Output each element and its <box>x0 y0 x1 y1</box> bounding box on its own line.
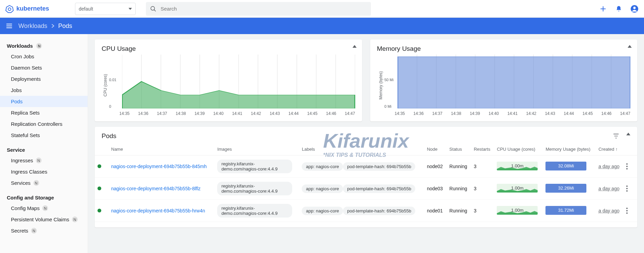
chart-ylabel: CPU (cores) <box>102 55 109 116</box>
label-chip: app: nagios-core <box>302 184 343 193</box>
svg-point-32 <box>626 163 628 165</box>
collapse-table-button[interactable] <box>626 133 630 139</box>
collapse-chart-button[interactable] <box>628 45 632 48</box>
table-title: Pods <box>102 132 116 140</box>
svg-point-38 <box>626 208 628 209</box>
sidebar-item-services[interactable]: ServicesN <box>0 177 88 189</box>
label-chip: pod-template-hash: 694b75b55b <box>343 162 415 171</box>
row-menu-button[interactable] <box>624 155 637 178</box>
label-chip: app: nagios-core <box>302 162 343 171</box>
column-header[interactable]: Created ↑ <box>596 143 624 155</box>
status-running-icon <box>98 209 101 212</box>
svg-point-1 <box>8 8 11 11</box>
account-button[interactable] <box>630 5 639 13</box>
chart-ylabel: Memory (bytes) <box>377 55 385 116</box>
chart-xticks: 14:3514:3614:3714:3814:3914:4014:4114:42… <box>395 111 631 116</box>
table-row: nagios-core-deployment-694b75b55b-hrw4nr… <box>95 200 637 222</box>
label-chip: app: nagios-core <box>302 207 343 215</box>
sidebar-item-config-maps[interactable]: Config MapsN <box>0 203 88 214</box>
search-input[interactable] <box>161 6 367 12</box>
menu-toggle[interactable] <box>5 22 13 30</box>
memory-sparkline: 32.26Mi <box>545 184 586 193</box>
sidebar-item-pods[interactable]: Pods <box>0 96 88 107</box>
svg-point-33 <box>626 166 628 167</box>
memory-usage-chart: Memory UsageMemory (bytes)50 Mi0 Mi14:35… <box>370 40 638 121</box>
status-cell: Running <box>447 178 471 200</box>
svg-line-3 <box>154 10 156 11</box>
svg-point-37 <box>626 190 628 192</box>
svg-point-40 <box>626 212 628 214</box>
logo[interactable]: kubernetes <box>5 5 49 13</box>
sidebar-item-daemon-sets[interactable]: Daemon Sets <box>0 62 88 73</box>
collapse-chart-button[interactable] <box>353 45 357 48</box>
created-cell: a day ago <box>598 164 619 169</box>
chart-title: Memory Usage <box>377 45 631 53</box>
namespace-select[interactable]: default <box>75 3 136 15</box>
sidebar-item-ingress-classes[interactable]: Ingress Classes <box>0 166 88 177</box>
node-cell: node03 <box>424 178 447 200</box>
sidebar-item-stateful-sets[interactable]: Stateful Sets <box>0 130 88 141</box>
status-running-icon <box>98 187 101 190</box>
chart-title: CPU Usage <box>102 45 355 53</box>
chevron-right-icon <box>51 24 54 28</box>
main-content: Kifarunix *NIX TIPS & TUTORIALS CPU Usag… <box>88 34 644 253</box>
sidebar-item-deployments[interactable]: Deployments <box>0 73 88 85</box>
created-cell: a day ago <box>598 186 619 191</box>
status-cell: Running <box>447 200 471 222</box>
label-chip: pod-template-hash: 694b75b55b <box>343 207 415 215</box>
create-button[interactable] <box>599 5 607 13</box>
image-chip: registry.kifarunix-demo.com/nagios-core:… <box>217 204 292 218</box>
column-header[interactable]: CPU Usage (cores) <box>494 143 543 155</box>
chart-xticks: 14:3514:3614:3714:3814:3914:4014:4114:42… <box>119 111 355 116</box>
svg-point-39 <box>626 210 628 211</box>
column-header[interactable]: Labels <box>299 143 424 155</box>
cpu-sparkline: 1.00m <box>497 206 538 215</box>
row-menu-button[interactable] <box>624 200 637 222</box>
sidebar-service-header[interactable]: Service <box>0 145 88 155</box>
pod-name-link[interactable]: nagios-core-deployment-694b75b55b-845mh <box>111 164 207 169</box>
table-row: nagios-core-deployment-694b75b55b-8lflzr… <box>95 178 637 200</box>
restarts-cell: 3 <box>471 155 494 178</box>
column-header[interactable]: Memory Usage (bytes) <box>543 143 596 155</box>
sidebar-item-persistent-volume-claims[interactable]: Persistent Volume ClaimsN <box>0 214 88 225</box>
column-header[interactable]: Restarts <box>471 143 494 155</box>
notifications-button[interactable] <box>615 5 623 13</box>
restarts-cell: 3 <box>471 178 494 200</box>
label-chip: pod-template-hash: 694b75b55b <box>343 184 415 193</box>
memory-sparkline: 31.72Mi <box>545 206 586 215</box>
search-icon <box>150 5 156 12</box>
column-header[interactable]: Name <box>108 143 214 155</box>
svg-point-5 <box>633 6 636 9</box>
breadcrumb: Workloads Pods <box>18 23 72 30</box>
created-cell: a day ago <box>598 208 619 213</box>
sidebar-config-header[interactable]: Config and Storage <box>0 193 88 203</box>
sidebar-workloads-header[interactable]: WorkloadsN <box>0 41 88 51</box>
logo-text: kubernetes <box>16 5 49 12</box>
sidebar-item-secrets[interactable]: SecretsN <box>0 225 88 236</box>
sidebar-item-ingresses[interactable]: IngressesN <box>0 155 88 166</box>
sidebar-item-replica-sets[interactable]: Replica Sets <box>0 107 88 118</box>
cpu-sparkline: 1.00m <box>497 162 538 170</box>
chevron-down-icon <box>129 8 132 10</box>
column-header[interactable]: Status <box>447 143 471 155</box>
kubernetes-icon <box>5 5 14 13</box>
breadcrumb-parent[interactable]: Workloads <box>18 23 47 30</box>
badge-n-icon: N <box>31 228 37 234</box>
badge-n-icon: N <box>72 217 78 222</box>
column-header[interactable]: Images <box>214 143 299 155</box>
search-bar[interactable] <box>146 2 371 16</box>
svg-marker-0 <box>6 5 13 13</box>
pod-name-link[interactable]: nagios-core-deployment-694b75b55b-hrw4n <box>111 208 205 213</box>
filter-button[interactable] <box>613 133 619 139</box>
row-menu-button[interactable] <box>624 178 637 200</box>
sidebar-item-cron-jobs[interactable]: Cron Jobs <box>0 51 88 62</box>
pods-table-card: Pods NameImagesLabelsNodeStatusRestartsC… <box>95 127 637 227</box>
pod-name-link[interactable]: nagios-core-deployment-694b75b55b-8lflz <box>111 186 200 191</box>
top-bar: kubernetes default <box>0 0 644 18</box>
column-header[interactable]: Node <box>424 143 447 155</box>
sidebar: WorkloadsN Cron JobsDaemon SetsDeploymen… <box>0 34 88 253</box>
sidebar-item-replication-controllers[interactable]: Replication Controllers <box>0 118 88 130</box>
image-chip: registry.kifarunix-demo.com/nagios-core:… <box>217 160 292 173</box>
topbar-actions <box>599 5 639 13</box>
sidebar-item-jobs[interactable]: Jobs <box>0 85 88 96</box>
